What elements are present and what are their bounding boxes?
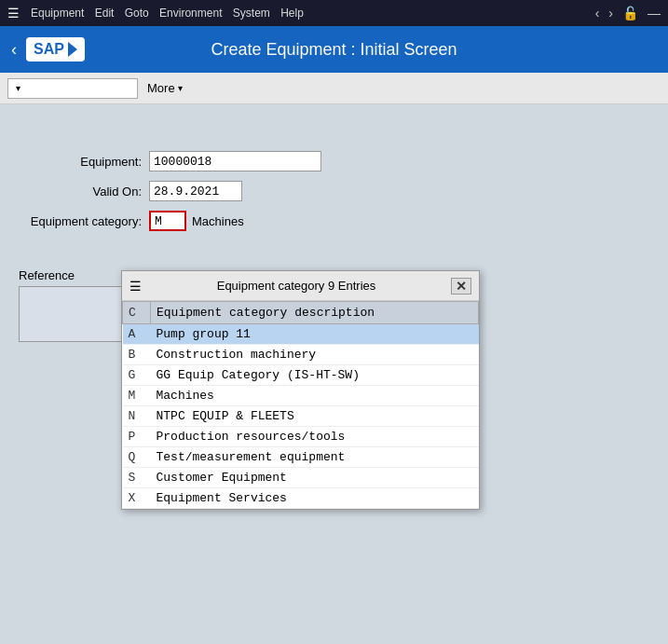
table-row[interactable]: XEquipment Services (123, 488, 479, 509)
category-row: Equipment category: Machines (19, 211, 649, 231)
more-button[interactable]: More ▾ (142, 79, 188, 97)
table-cell-key: P (123, 427, 151, 447)
table-cell-key: G (123, 365, 151, 386)
toolbar: ▾ More ▾ (0, 73, 668, 104)
table-cell-desc: Construction machinery (151, 345, 479, 365)
table-cell-desc: GG Equip Category (IS-HT-SW) (151, 365, 479, 386)
toolbar-dropdown[interactable]: ▾ (7, 78, 138, 99)
popup-title: Equipment category 9 Entries (142, 279, 451, 293)
form-area: Equipment: Valid On: Equipment category:… (0, 123, 668, 259)
popup-header: ☰ Equipment category 9 Entries ✕ (122, 271, 479, 301)
minimize-icon[interactable]: — (648, 6, 661, 21)
menu-edit[interactable]: Edit (95, 7, 115, 20)
nav-back-icon[interactable]: ‹ (595, 6, 600, 21)
menu-environment[interactable]: Environment (159, 7, 222, 20)
table-cell-key: A (123, 324, 151, 345)
valid-on-row: Valid On: (19, 181, 649, 201)
table-row[interactable]: GGG Equip Category (IS-HT-SW) (123, 365, 479, 386)
hamburger-icon[interactable]: ☰ (7, 6, 20, 21)
table-cell-key: S (123, 468, 151, 488)
popup-table: C Equipment category description APump g… (122, 301, 479, 509)
col-header-desc: Equipment category description (151, 302, 479, 324)
equipment-input[interactable] (149, 151, 321, 171)
menu-goto[interactable]: Goto (125, 7, 149, 20)
more-arrow-icon: ▾ (178, 83, 183, 93)
menu-equipment[interactable]: Equipment (31, 7, 84, 20)
table-cell-key: B (123, 345, 151, 365)
table-cell-key: X (123, 488, 151, 509)
popup-menu-icon[interactable]: ☰ (130, 279, 142, 294)
table-cell-desc: NTPC EQUIP & FLEETS (151, 406, 479, 427)
category-label: Equipment category: (19, 214, 149, 228)
main-content: Equipment: Valid On: Equipment category:… (0, 104, 668, 644)
popup-close-button[interactable]: ✕ (451, 278, 471, 295)
nav-forward-icon[interactable]: › (608, 6, 613, 21)
table-row[interactable]: MMachines (123, 386, 479, 406)
table-cell-desc: Production resources/tools (151, 427, 479, 447)
lock-icon[interactable]: 🔓 (622, 6, 638, 21)
table-header-row: C Equipment category description (123, 302, 479, 324)
back-button[interactable]: ‹ (11, 40, 17, 60)
title-bar: ☰ Equipment Edit Goto Environment System… (0, 0, 668, 26)
table-cell-key: M (123, 386, 151, 406)
reference-box (19, 286, 130, 342)
menu-system[interactable]: System (233, 7, 270, 20)
table-row[interactable]: APump group 11 (123, 324, 479, 345)
sap-logo: SAP (26, 37, 85, 62)
reference-label: Reference (19, 268, 130, 282)
category-input[interactable] (149, 211, 186, 231)
equipment-row: Equipment: (19, 151, 649, 171)
table-cell-desc: Machines (151, 386, 479, 406)
table-row[interactable]: BConstruction machinery (123, 345, 479, 365)
menu-bar: Equipment Edit Goto Environment System H… (27, 7, 307, 20)
table-cell-desc: Pump group 11 (151, 324, 479, 345)
table-cell-key: Q (123, 447, 151, 468)
table-row[interactable]: PProduction resources/tools (123, 427, 479, 447)
equipment-label: Equipment: (19, 155, 149, 169)
table-row[interactable]: NNTPC EQUIP & FLEETS (123, 406, 479, 427)
category-text: Machines (192, 214, 244, 228)
col-header-key: C (123, 302, 151, 324)
more-label: More (147, 81, 175, 95)
table-cell-desc: Test/measurement equipment (151, 447, 479, 468)
valid-on-label: Valid On: (19, 185, 149, 199)
table-row[interactable]: QTest/measurement equipment (123, 447, 479, 468)
page-title: Create Equipment : Initial Screen (211, 40, 457, 60)
sap-header: ‹ SAP Create Equipment : Initial Screen (0, 26, 668, 73)
menu-help[interactable]: Help (280, 7, 304, 20)
chevron-down-icon: ▾ (16, 83, 20, 93)
equipment-category-popup: ☰ Equipment category 9 Entries ✕ C Equip… (121, 270, 480, 510)
table-cell-desc: Customer Equipment (151, 468, 479, 488)
table-cell-key: N (123, 406, 151, 427)
valid-on-input[interactable] (149, 181, 242, 201)
table-cell-desc: Equipment Services (151, 488, 479, 509)
table-row[interactable]: SCustomer Equipment (123, 468, 479, 488)
